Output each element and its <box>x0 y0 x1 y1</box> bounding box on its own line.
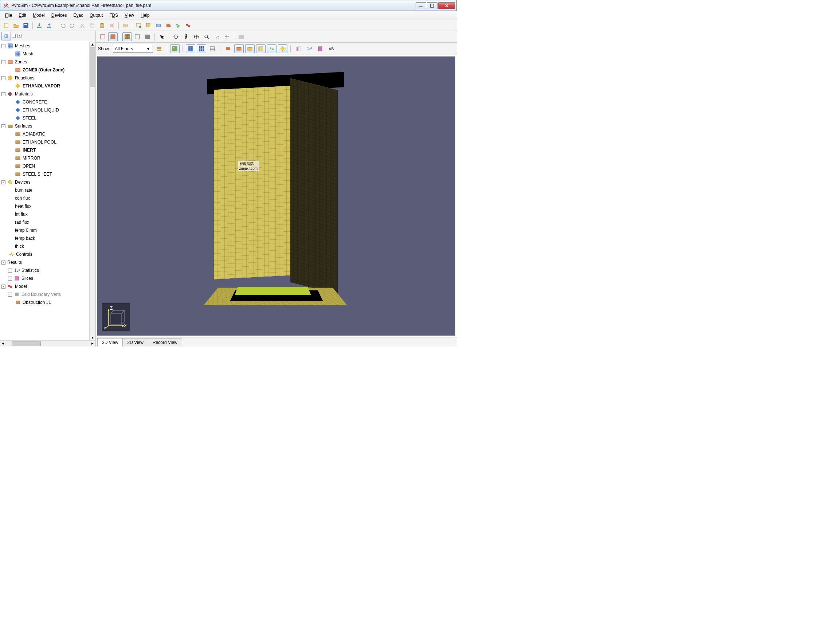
tree-label[interactable]: int flux <box>15 212 28 217</box>
box-outline-button[interactable] <box>133 32 142 41</box>
vertical-scrollbar[interactable]: ▴ ▾ <box>89 41 95 340</box>
define-floors-button[interactable] <box>155 44 164 53</box>
tab-3d-view[interactable]: 3D View <box>97 338 123 346</box>
tree-label[interactable]: Obstruction #1 <box>22 300 51 305</box>
tree-label[interactable]: temp back <box>15 236 35 241</box>
tree-label[interactable]: ZONE0 (Outer Zone) <box>22 67 65 73</box>
tree-label[interactable]: ETHANOL VAPOR <box>22 84 60 88</box>
show-text-button[interactable]: AB <box>326 44 336 53</box>
new-particle-button[interactable] <box>174 21 183 30</box>
menu-fds[interactable]: FDS <box>106 12 121 19</box>
expander-icon[interactable]: - <box>2 284 5 289</box>
navigator-tree[interactable]: -Meshes Mesh -Zones ZONE0 (Outer Zone) -… <box>0 41 89 340</box>
show-mesh-outline-button[interactable] <box>208 44 217 53</box>
tree-label[interactable]: burn rate <box>15 188 32 193</box>
scroll-down-button[interactable]: ▾ <box>90 335 95 340</box>
tree-label[interactable]: heat flux <box>15 204 31 209</box>
new-reaction-button[interactable] <box>183 21 193 30</box>
tree-label[interactable]: ETHANOL LIQUID <box>22 107 59 112</box>
tree-label[interactable]: Grid Boundary Verts <box>22 292 61 297</box>
tree-label[interactable]: Results <box>7 260 22 265</box>
tree-label[interactable]: STEEL <box>22 115 36 121</box>
wireframe-mode-button[interactable] <box>98 32 107 41</box>
close-button[interactable] <box>438 2 455 9</box>
focus-tool-button[interactable] <box>222 32 232 41</box>
measure-button[interactable] <box>121 21 130 30</box>
menu-view[interactable]: View <box>122 12 137 19</box>
scroll-thumb-h[interactable] <box>12 341 41 346</box>
tree-label[interactable]: INERT <box>22 148 36 153</box>
solid-mode-button[interactable] <box>108 32 118 41</box>
import-button[interactable] <box>35 21 44 30</box>
expand-all-button[interactable]: + <box>17 34 22 38</box>
open-file-button[interactable] <box>11 21 21 30</box>
expander-icon[interactable]: + <box>8 268 12 273</box>
menu-devices[interactable]: Devices <box>49 12 70 19</box>
expander-icon[interactable]: - <box>2 180 5 184</box>
new-surface-button[interactable]: + <box>154 21 163 30</box>
tree-label[interactable]: Devices <box>15 180 31 185</box>
axis-widget[interactable]: Z X Y <box>102 303 130 331</box>
new-zone-button[interactable]: + <box>144 21 153 30</box>
expander-icon[interactable]: - <box>2 44 5 48</box>
box-solid-button[interactable] <box>143 32 152 41</box>
menu-edit[interactable]: Edit <box>16 12 29 19</box>
menu-output[interactable]: Output <box>87 12 106 19</box>
walk-tool-button[interactable] <box>182 32 191 41</box>
show-obstructions-button[interactable] <box>223 44 233 53</box>
show-slices-button[interactable] <box>294 44 303 53</box>
show-effects-button[interactable] <box>278 44 287 53</box>
delete-button[interactable] <box>107 21 117 30</box>
zoom-tool-button[interactable] <box>202 32 211 41</box>
show-vents-button[interactable] <box>245 44 255 53</box>
collapse-all-button[interactable]: - <box>12 34 16 38</box>
tree-label[interactable]: STEEL SHEET <box>22 172 52 177</box>
scroll-up-button[interactable]: ▴ <box>90 41 95 47</box>
pan-tool-button[interactable] <box>192 32 201 41</box>
show-labels-button[interactable]: 1₂³ <box>305 44 314 53</box>
tree-label[interactable]: Zones <box>15 59 27 65</box>
show-devices-button[interactable] <box>267 44 276 53</box>
expander-icon[interactable]: - <box>2 60 5 64</box>
copy-button[interactable] <box>87 21 97 30</box>
menu-help[interactable]: Help <box>138 12 153 19</box>
show-isosurfaces-button[interactable] <box>316 44 325 53</box>
show-background-button[interactable] <box>170 44 180 53</box>
tree-label[interactable]: Slices <box>22 276 33 281</box>
tree-label[interactable]: temp 0 mm <box>15 228 37 233</box>
cut-button[interactable] <box>77 21 87 30</box>
undo-button[interactable] <box>58 21 67 30</box>
tree-label[interactable]: Mesh <box>22 51 33 57</box>
expander-icon[interactable]: - <box>2 76 5 80</box>
expander-icon[interactable]: + <box>8 276 12 281</box>
3d-viewport[interactable]: 智淼消防 zmjaxf.com Z X Y <box>97 57 455 336</box>
expander-icon[interactable]: + <box>8 292 12 297</box>
grid-toggle-button[interactable] <box>122 32 132 41</box>
tree-label[interactable]: Statistics <box>22 268 39 273</box>
tree-label[interactable]: Materials <box>15 92 33 96</box>
zoom-box-tool-button[interactable] <box>212 32 221 41</box>
maximize-button[interactable] <box>427 2 437 9</box>
orbit-tool-button[interactable] <box>171 32 181 41</box>
tree-label[interactable]: CONCRETE <box>22 99 47 104</box>
tree-label[interactable]: ADIABATIC <box>22 131 45 137</box>
select-tool-button[interactable] <box>157 32 166 41</box>
menu-evac[interactable]: Evac <box>70 12 86 19</box>
new-mesh-button[interactable] <box>134 21 144 30</box>
tree-label[interactable]: MIRROR <box>22 156 40 161</box>
tree-label[interactable]: Reactions <box>15 76 34 81</box>
scroll-thumb[interactable] <box>90 47 95 87</box>
tree-label[interactable]: thick <box>15 244 24 249</box>
tree-label[interactable]: Surfaces <box>15 123 32 129</box>
tree-label[interactable]: Controls <box>16 252 32 257</box>
paste-button[interactable] <box>97 21 107 30</box>
tree-label[interactable]: Model <box>15 284 27 289</box>
show-obstructions-outline-button[interactable] <box>234 44 244 53</box>
tree-label[interactable]: con flux <box>15 196 30 201</box>
horizontal-scrollbar[interactable]: ◂ ▸ <box>0 340 95 346</box>
show-meshes-button[interactable] <box>186 44 195 53</box>
redo-button[interactable] <box>68 21 77 30</box>
expander-icon[interactable]: - <box>2 92 5 96</box>
new-obstruction-button[interactable]: + <box>164 21 173 30</box>
tree-label[interactable]: rad flux <box>15 220 29 225</box>
